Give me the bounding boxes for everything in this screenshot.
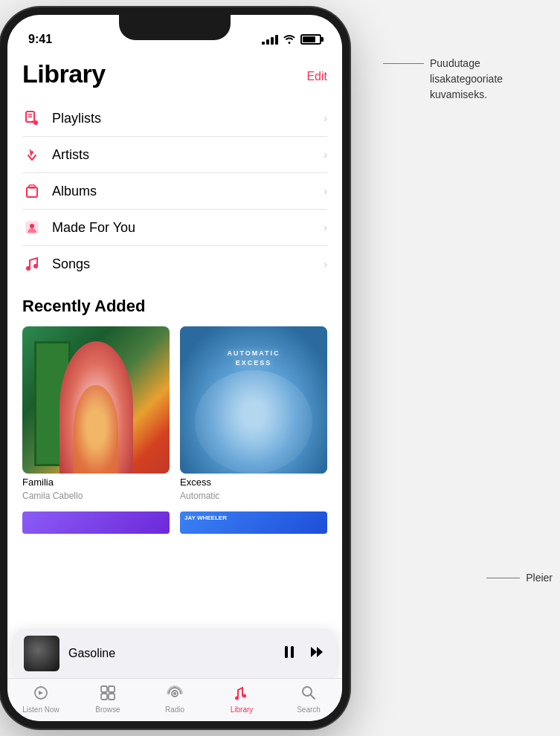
tab-radio[interactable]: Radio: [152, 685, 197, 714]
svg-rect-15: [109, 686, 115, 692]
made-for-you-icon: [22, 219, 42, 236]
album-cover-familia: [22, 326, 170, 474]
library-item-artists[interactable]: Artists ›: [22, 137, 327, 173]
forward-button[interactable]: [308, 644, 326, 663]
screen: 9:41: [7, 15, 342, 721]
listen-now-label: Listen Now: [22, 706, 59, 714]
album-excess[interactable]: AUTOMATICEXCESS Excess Automatic: [180, 326, 327, 501]
status-icons: [262, 33, 321, 46]
library-item-albums[interactable]: Albums ›: [22, 173, 327, 210]
pleier-label: Pleier: [526, 572, 553, 584]
search-label: Search: [297, 706, 321, 714]
album-excess-title: Excess: [180, 477, 327, 488]
now-playing-info: Gasoline: [68, 647, 281, 660]
now-playing-bar[interactable]: Gasoline: [13, 629, 336, 678]
browse-label: Browse: [95, 706, 120, 714]
album-cover-excess: AUTOMATICEXCESS: [180, 326, 327, 474]
svg-point-22: [303, 687, 312, 696]
artists-icon: [22, 146, 42, 163]
library-item-playlists[interactable]: Playlists ›: [22, 100, 327, 137]
now-playing-title: Gasoline: [68, 647, 115, 659]
signal-icon: [262, 35, 278, 45]
library-icon: [234, 685, 250, 704]
tab-browse[interactable]: Browse: [86, 685, 130, 714]
svg-point-20: [235, 697, 239, 700]
chevron-icon: ›: [324, 149, 327, 161]
tab-bar: Listen Now Browse: [7, 678, 342, 721]
library-item-songs[interactable]: Songs ›: [22, 246, 327, 282]
svg-point-10: [33, 264, 38, 268]
svg-rect-17: [109, 694, 115, 700]
recently-added-section: Recently Added Familia Cam: [22, 282, 327, 534]
svg-rect-14: [101, 686, 107, 692]
now-playing-artwork: [24, 636, 59, 671]
playlists-icon: [22, 110, 42, 126]
library-item-made-for-you[interactable]: Made For You ›: [22, 210, 327, 246]
svg-point-4: [30, 151, 33, 154]
partial-album-purple: [22, 511, 170, 534]
albums-label: Albums: [52, 184, 97, 199]
svg-rect-16: [101, 694, 107, 700]
songs-label: Songs: [52, 256, 90, 272]
chevron-icon: ›: [324, 112, 327, 124]
search-icon: [300, 685, 317, 704]
svg-point-8: [30, 224, 34, 228]
radio-label: Radio: [165, 706, 184, 714]
main-content: Library Edit: [7, 54, 342, 721]
tab-library[interactable]: Library: [219, 685, 264, 714]
chevron-icon: ›: [324, 258, 327, 270]
pause-button[interactable]: [281, 644, 297, 663]
albums-grid: Familia Camila Cabello AUTOMATICEXCESS: [22, 326, 327, 501]
partial-album-blue: JAY WHEELER: [180, 511, 327, 534]
tab-listen-now[interactable]: Listen Now: [19, 685, 63, 714]
library-list: Playlists ›: [22, 100, 327, 282]
playlists-label: Playlists: [52, 111, 101, 126]
pleier-annotation: Pleier: [486, 572, 553, 584]
partial-albums: JAY WHEELER: [22, 511, 327, 534]
listen-now-icon: [32, 685, 50, 704]
notch: [119, 15, 231, 40]
battery-icon: [300, 34, 321, 45]
chevron-icon: ›: [324, 222, 327, 233]
songs-icon: [22, 256, 42, 272]
edit-annotation: Puudutage lisakategooriate kuvamiseks.: [383, 56, 553, 103]
album-familia-artist: Camila Cabello: [22, 491, 170, 501]
album-familia-title: Familia: [22, 477, 170, 488]
svg-point-3: [33, 120, 38, 125]
albums-icon: [22, 183, 42, 199]
library-header: Library Edit: [22, 54, 327, 100]
svg-point-21: [242, 694, 246, 698]
artists-label: Artists: [52, 147, 89, 163]
made-for-you-label: Made For You: [52, 220, 135, 236]
album-excess-artist: Automatic: [180, 491, 327, 501]
svg-rect-11: [285, 646, 288, 658]
recently-added-title: Recently Added: [22, 282, 327, 326]
svg-rect-12: [291, 646, 294, 658]
edit-annotation-text: Puudutage lisakategooriate kuvamiseks.: [430, 56, 553, 103]
page-title: Library: [22, 59, 106, 88]
playback-controls: [281, 644, 326, 663]
browse-icon: [100, 685, 116, 704]
album-familia[interactable]: Familia Camila Cabello: [22, 326, 170, 501]
wifi-icon: [283, 33, 296, 46]
library-label: Library: [231, 706, 254, 714]
chevron-icon: ›: [324, 185, 327, 197]
svg-point-19: [173, 692, 176, 695]
edit-button[interactable]: Edit: [306, 59, 327, 83]
svg-rect-5: [27, 187, 37, 197]
phone-frame: 9:41: [0, 7, 350, 729]
radio-icon: [166, 685, 184, 704]
tab-search[interactable]: Search: [286, 685, 331, 714]
status-time: 9:41: [28, 33, 52, 46]
svg-point-9: [26, 266, 30, 271]
